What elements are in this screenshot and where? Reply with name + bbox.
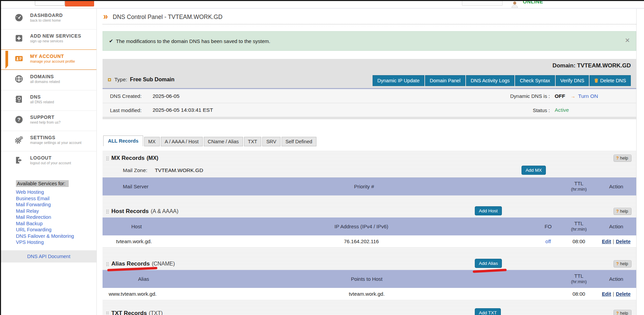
globe-icon (15, 75, 23, 83)
domain-panel-button[interactable]: Domain Panel (425, 75, 465, 86)
edit-alias-link[interactable]: Edit (602, 291, 611, 297)
failover-toggle-link[interactable]: off (546, 238, 551, 244)
available-services: Available Services for: Web Hosting Busi… (16, 180, 96, 246)
tab-cname-alias[interactable]: CName / Alias (204, 137, 243, 146)
add-mx-button[interactable]: Add MX (521, 166, 546, 175)
online-status-label: ONLINE (523, 1, 543, 4)
type-value: Free Sub Domain (130, 77, 175, 83)
sidebar-item-sublabel: all DNS related (30, 100, 94, 104)
add-host-button[interactable]: Add Host (475, 206, 502, 215)
header-right-input[interactable] (462, 1, 503, 6)
tab-mx[interactable]: MX (144, 137, 160, 146)
service-link-mail-redirection[interactable]: Mail Redirection (16, 214, 96, 220)
add-txt-button[interactable]: Add TXT (475, 308, 501, 315)
dns-api-document-link[interactable]: DNS API Document (27, 254, 70, 259)
mx-records-section: MX Records (MX) ?help Mail Zone: TVTEAM.… (103, 153, 636, 195)
address-book-icon (15, 95, 23, 104)
alias-table-header: Alias Points to Host TTL(hr:min) Action (103, 270, 636, 288)
last-modified-row: Last modified: 2025-06-05 14:03:41 EST S… (103, 103, 636, 117)
sidebar-item-dns[interactable]: DNSall DNS related (1, 90, 96, 110)
logout-icon (15, 156, 23, 165)
dns-api-document-band: DNS API Document (1, 250, 96, 262)
alias-section-title: Alias Records (111, 260, 150, 267)
txt-records-section: TXT Records (TXT) Add TXT ?help (103, 308, 636, 315)
host-col-action: Action (596, 224, 636, 229)
tab-txt[interactable]: TXT (244, 137, 261, 146)
drag-handle-icon (106, 156, 109, 161)
header-search-input[interactable] (35, 1, 65, 6)
points-to-host-value: tvteam.work.gd. (279, 291, 454, 297)
alias-section-subtitle: (CNAME) (152, 261, 175, 267)
sidebar-item-sublabel: manage your account profile (30, 59, 94, 63)
txt-section-subtitle: (TXT) (149, 310, 163, 315)
host-records-section: Host Records (A & AAAA) Add Host ?help H… (103, 205, 636, 247)
record-sections: MX Records (MX) ?help Mail Zone: TVTEAM.… (103, 150, 636, 315)
dns-created-label: DNS Created: (103, 93, 153, 99)
turn-on-link[interactable]: Turn ON (578, 93, 598, 99)
edit-host-link[interactable]: Edit (602, 239, 611, 244)
sidebar-item-domains[interactable]: DOMAINSall domains related (1, 70, 96, 90)
service-link-mail-forwarding[interactable]: Mail Forwarding (16, 202, 96, 208)
sidebar-item-support[interactable]: ? SUPPORTneed help from us? (1, 110, 96, 131)
dns-created-value: 2025-06-05 (153, 93, 179, 99)
bullet-icon (108, 78, 111, 81)
service-link-vps-hosting[interactable]: VPS Hosting (16, 239, 96, 246)
tab-a-aaaa-host[interactable]: A / AAAA / Host (161, 137, 203, 146)
service-link-mail-relay[interactable]: Mail Relay (16, 208, 96, 214)
banner-close-icon[interactable]: × (625, 36, 630, 44)
sidebar-item-label: MY ACCOUNT (30, 54, 94, 59)
service-link-web-hosting[interactable]: Web Hosting (16, 189, 96, 195)
alias-help-button[interactable]: ?help (614, 260, 631, 268)
record-tabs: ALL Records MX A / AAAA / Host CName / A… (103, 135, 636, 146)
dns-activity-logs-button[interactable]: DNS Activity Logs (466, 75, 514, 86)
tab-self-defined[interactable]: Self Defined (282, 137, 316, 146)
tab-srv[interactable]: SRV (262, 137, 281, 146)
trash-icon (594, 78, 598, 84)
last-modified-label: Last modified: (103, 107, 153, 113)
service-link-url-forwarding[interactable]: URL Forwarding (16, 227, 96, 233)
dynamic-ip-update-button[interactable]: Dynamic IP Update (373, 75, 424, 86)
host-help-button[interactable]: ?help (614, 208, 631, 215)
success-banner-text: The modifications to the domain DNS has … (116, 38, 270, 44)
mx-help-button[interactable]: ?help (614, 155, 631, 162)
delete-host-link[interactable]: Delete (616, 239, 631, 244)
service-link-mail-backup[interactable]: Mail Backup (16, 220, 96, 227)
alias-value: www.tvteam.work.gd. (103, 291, 279, 297)
gears-icon (15, 135, 23, 144)
dns-control-panel-page: ONLINE DASHBOARDback to client home ADD … (0, 0, 644, 315)
delete-alias-link[interactable]: Delete (616, 291, 631, 297)
alias-col-action: Action (596, 276, 636, 282)
tab-all-records[interactable]: ALL Records (103, 135, 143, 146)
top-header-strip: ONLINE (1, 1, 644, 8)
sidebar-item-label: DOMAINS (30, 74, 94, 79)
sidebar-item-dashboard[interactable]: DASHBOARDback to client home (1, 9, 96, 29)
chevrons-icon: » (103, 12, 108, 21)
dns-info-rows: DNS Created: 2025-06-05 Dynamic DNS is :… (103, 89, 636, 117)
alias-col-points: Points to Host (279, 276, 454, 282)
page-title-text: DNS Control Panel - TVTEAM.WORK.GD (113, 14, 222, 20)
mail-zone-value: TVTEAM.WORK.GD (155, 167, 203, 173)
txt-help-button[interactable]: ?help (614, 310, 631, 315)
sidebar-item-settings[interactable]: SETTINGSmanage settings at your account (1, 131, 96, 151)
sidebar-item-my-account[interactable]: MY ACCOUNTmanage your account profile (1, 49, 96, 70)
sidebar-item-logout[interactable]: LOGOUTlogout out of your account (1, 151, 96, 171)
available-services-title: Available Services for: (16, 180, 69, 187)
delete-dns-button[interactable]: Delete DNS (590, 75, 631, 86)
header-search-button[interactable] (65, 1, 94, 6)
sidebar-item-add-new-services[interactable]: ADD NEW SERVICESsign up new services (1, 29, 96, 49)
mx-section-title: MX Records (111, 155, 145, 162)
ip-value: 76.164.202.116 (279, 238, 444, 244)
host-col-host: Host (103, 224, 279, 229)
verify-dns-button[interactable]: Verify DNS (556, 75, 589, 86)
check-syntax-button[interactable]: Check Syntax (515, 75, 555, 86)
add-alias-button[interactable]: Add Alias (475, 259, 502, 268)
page-title: » DNS Control Panel - TVTEAM.WORK.GD (103, 13, 636, 24)
service-link-dns-failover[interactable]: DNS Failover & Monitoring (16, 233, 96, 239)
sidebar-item-sublabel: manage settings at your account (30, 141, 94, 145)
host-col-fo: FO (535, 224, 561, 229)
service-link-business-email[interactable]: Business Email (16, 195, 96, 202)
sidebar-item-sublabel: logout out of your account (30, 161, 94, 165)
host-table-header: Host IP Address (IPv4 / IPv6) FO TTL(hr:… (103, 217, 636, 235)
svg-text:?: ? (17, 117, 20, 122)
mx-col-priority: Priority # (284, 184, 444, 189)
